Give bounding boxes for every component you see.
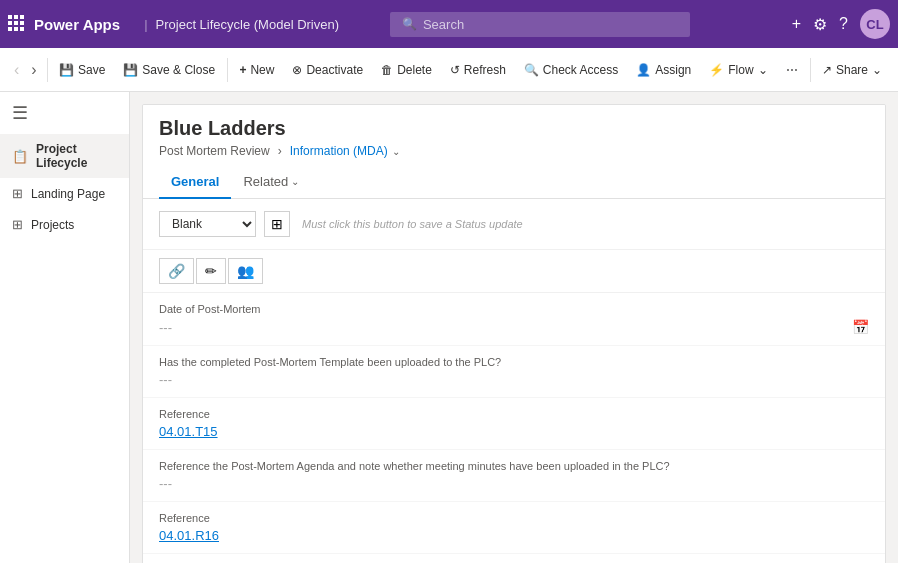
save-button[interactable]: 💾 Save xyxy=(51,59,113,81)
subtitle-link[interactable]: Information (MDA) xyxy=(290,144,388,158)
delete-button[interactable]: 🗑 Delete xyxy=(373,59,440,81)
assign-button[interactable]: 👤 Assign xyxy=(628,59,699,81)
nav-back-button[interactable]: ‹ xyxy=(8,55,25,85)
avatar[interactable]: CL xyxy=(860,9,890,39)
deactivate-icon: ⊗ xyxy=(292,63,302,77)
search-box[interactable]: 🔍 xyxy=(390,12,690,37)
flow-button[interactable]: ⚡ Flow ⌄ xyxy=(701,59,775,81)
field-label-ref1: Reference xyxy=(159,408,869,420)
status-tools: 🔗 ✏ 👥 xyxy=(143,250,885,293)
related-dropdown-icon: ⌄ xyxy=(291,176,299,187)
status-hint: Must click this button to save a Status … xyxy=(302,218,523,230)
project-lifecycle-icon: 📋 xyxy=(12,149,28,164)
deactivate-button[interactable]: ⊗ Deactivate xyxy=(284,59,371,81)
new-icon: + xyxy=(239,63,246,77)
field-link-ref2[interactable]: 04.01.R16 xyxy=(159,528,219,543)
nav-right: + ⚙ ? CL xyxy=(792,9,890,39)
refresh-button[interactable]: ↺ Refresh xyxy=(442,59,514,81)
flow-dropdown-icon: ⌄ xyxy=(758,63,768,77)
sidebar-item-projects[interactable]: ⊞ Projects xyxy=(0,209,129,240)
check-access-icon: 🔍 xyxy=(524,63,539,77)
flow-icon: ⚡ xyxy=(709,63,724,77)
svg-rect-3 xyxy=(8,21,12,25)
field-label-date: Date of Post-Mortem xyxy=(159,303,869,315)
svg-rect-8 xyxy=(20,27,24,31)
nav-buttons: ‹ › xyxy=(8,55,43,85)
copy-icon: ⊞ xyxy=(271,216,283,232)
refresh-icon: ↺ xyxy=(450,63,460,77)
record-subtitle: Post Mortem Review › Information (MDA) ⌄ xyxy=(159,144,869,158)
field-label-ref2: Reference xyxy=(159,512,869,524)
svg-rect-5 xyxy=(20,21,24,25)
edit-icon: ✏ xyxy=(205,263,217,279)
main-layout: ☰ 📋 Project Lifecycle ⊞ Landing Page ⊞ P… xyxy=(0,92,898,563)
sidebar-item-landing-page[interactable]: ⊞ Landing Page xyxy=(0,178,129,209)
delete-icon: 🗑 xyxy=(381,63,393,77)
field-reference-1: Reference 04.01.T15 xyxy=(143,398,885,450)
share-button[interactable]: ↗ Share ⌄ xyxy=(814,59,890,81)
content-area: Blue Ladders Post Mortem Review › Inform… xyxy=(130,92,898,563)
tab-related[interactable]: Related ⌄ xyxy=(231,166,311,199)
field-label-agenda: Reference the Post-Mortem Agenda and not… xyxy=(159,460,869,472)
subtitle-dropdown-icon[interactable]: ⌄ xyxy=(392,146,400,157)
edit-tool-button[interactable]: ✏ xyxy=(196,258,226,284)
share-dropdown-icon: ⌄ xyxy=(872,63,882,77)
grid-icon[interactable] xyxy=(8,15,24,34)
svg-rect-1 xyxy=(14,15,18,19)
check-access-button[interactable]: 🔍 Check Access xyxy=(516,59,626,81)
field-label-template: Has the completed Post-Mortem Template b… xyxy=(159,356,869,368)
more-button[interactable]: ⋯ xyxy=(778,59,806,81)
field-reference-2: Reference 04.01.R16 xyxy=(143,502,885,554)
top-navigation: Power Apps | Project Lifecycle (Model Dr… xyxy=(0,0,898,48)
add-icon[interactable]: + xyxy=(792,15,801,33)
field-template-uploaded: Has the completed Post-Mortem Template b… xyxy=(143,346,885,398)
record-form: Blue Ladders Post Mortem Review › Inform… xyxy=(142,104,886,563)
people-icon: 👥 xyxy=(237,263,254,279)
search-icon: 🔍 xyxy=(402,17,417,31)
calendar-icon[interactable]: 📅 xyxy=(852,319,869,335)
tab-general[interactable]: General xyxy=(159,166,231,199)
command-bar: ‹ › 💾 Save 💾 Save & Close + New ⊗ Deacti… xyxy=(0,48,898,92)
search-input[interactable] xyxy=(423,17,623,32)
svg-rect-6 xyxy=(8,27,12,31)
landing-page-icon: ⊞ xyxy=(12,186,23,201)
save-icon: 💾 xyxy=(59,63,74,77)
link-tool-button[interactable]: 🔗 xyxy=(159,258,194,284)
field-link-ref1[interactable]: 04.01.T15 xyxy=(159,424,218,439)
people-tool-button[interactable]: 👥 xyxy=(228,258,263,284)
settings-icon[interactable]: ⚙ xyxy=(813,15,827,34)
field-agenda-uploaded: Reference the Post-Mortem Agenda and not… xyxy=(143,450,885,502)
app-name: Power Apps xyxy=(34,16,120,33)
field-value-template: --- xyxy=(159,372,869,387)
field-value-date: --- xyxy=(159,320,172,335)
record-title: Blue Ladders xyxy=(159,117,869,140)
record-header: Blue Ladders Post Mortem Review › Inform… xyxy=(143,105,885,158)
sidebar: ☰ 📋 Project Lifecycle ⊞ Landing Page ⊞ P… xyxy=(0,92,130,563)
new-button[interactable]: + New xyxy=(231,59,282,81)
tabs: General Related ⌄ xyxy=(143,166,885,199)
breadcrumb-text: Project Lifecycle (Model Driven) xyxy=(156,17,340,32)
link-icon: 🔗 xyxy=(168,263,185,279)
status-section: Blank Draft Active Completed ⊞ Must clic… xyxy=(143,199,885,250)
subtitle-separator: › xyxy=(278,144,282,158)
share-icon: ↗ xyxy=(822,63,832,77)
sidebar-item-project-lifecycle[interactable]: 📋 Project Lifecycle xyxy=(0,134,129,178)
svg-rect-2 xyxy=(20,15,24,19)
field-value-agenda: --- xyxy=(159,476,869,491)
svg-rect-7 xyxy=(14,27,18,31)
status-dropdown[interactable]: Blank Draft Active Completed xyxy=(159,211,256,237)
sidebar-toggle[interactable]: ☰ xyxy=(0,92,129,134)
save-close-icon: 💾 xyxy=(123,63,138,77)
svg-rect-0 xyxy=(8,15,12,19)
subtitle-text1: Post Mortem Review xyxy=(159,144,270,158)
status-copy-button[interactable]: ⊞ xyxy=(264,211,290,237)
assign-icon: 👤 xyxy=(636,63,651,77)
help-icon[interactable]: ? xyxy=(839,15,848,33)
nav-forward-button[interactable]: › xyxy=(25,55,42,85)
svg-rect-4 xyxy=(14,21,18,25)
projects-icon: ⊞ xyxy=(12,217,23,232)
fields-section: Date of Post-Mortem --- 📅 Has the comple… xyxy=(143,293,885,563)
field-date-post-mortem: Date of Post-Mortem --- 📅 xyxy=(143,293,885,346)
field-lessons-learned: Have Lessons Learned been submitted in W… xyxy=(143,554,885,563)
save-close-button[interactable]: 💾 Save & Close xyxy=(115,59,223,81)
